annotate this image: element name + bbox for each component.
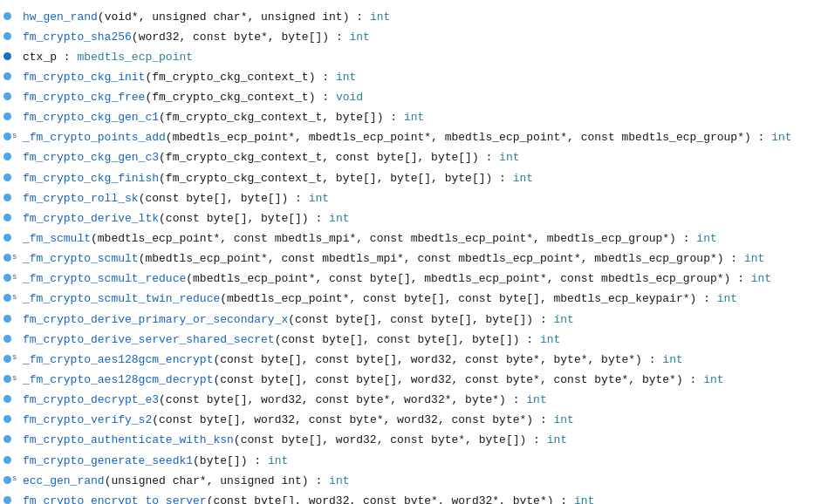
- status-dot: [3, 52, 11, 60]
- function-signature: _fm_crypto_scmult(mbedtls_ecp_point*, co…: [23, 250, 764, 268]
- list-item: fm_crypto_encrypt_to_server(const byte[]…: [3, 491, 811, 504]
- function-signature: ctx_p : mbedtls_ecp_point: [23, 49, 193, 66]
- function-signature: fm_crypto_ckg_init(fm_crypto_ckg_context…: [23, 69, 356, 86]
- dot-wrapper: [3, 434, 23, 443]
- status-dot: [3, 133, 11, 140]
- function-signature: fm_crypto_derive_ltk(const byte[], byte[…: [23, 210, 349, 228]
- status-dot: [3, 112, 11, 120]
- dot-wrapper: s: [3, 271, 23, 284]
- dot-wrapper: s: [3, 251, 23, 264]
- function-signature: fm_crypto_authenticate_with_ksn(const by…: [23, 432, 567, 449]
- status-dot: [3, 153, 11, 160]
- dot-wrapper: [3, 11, 23, 20]
- status-dot: [3, 32, 11, 40]
- dot-wrapper: [3, 495, 23, 504]
- dot-wrapper: s: [3, 130, 23, 143]
- list-item: fm_crypto_derive_ltk(const byte[], byte[…: [3, 208, 811, 228]
- dot-wrapper: [3, 152, 23, 160]
- status-dot: [3, 72, 11, 80]
- function-signature: fm_crypto_ckg_free(fm_crypto_ckg_context…: [23, 89, 363, 106]
- dot-wrapper: s: [3, 291, 23, 304]
- list-item: fm_crypto_verify_s2(const byte[], word32…: [3, 411, 811, 431]
- dot-wrapper: [3, 414, 23, 423]
- dot-wrapper: [3, 92, 23, 100]
- status-dot: [3, 274, 11, 282]
- dot-wrapper: [3, 51, 23, 60]
- dot-wrapper: [3, 394, 23, 403]
- status-dot: [3, 12, 11, 20]
- superscript-s: s: [12, 473, 17, 486]
- list-item: s_fm_crypto_aes128gcm_decrypt(const byte…: [3, 371, 811, 391]
- dot-wrapper: [3, 31, 23, 40]
- status-dot: [3, 496, 11, 504]
- status-dot: [3, 214, 11, 221]
- list-item: fm_crypto_ckg_free(fm_crypto_ckg_context…: [3, 88, 811, 108]
- superscript-s: s: [12, 272, 17, 284]
- status-dot: [3, 375, 11, 383]
- list-item: ctx_p : mbedtls_ecp_point: [3, 47, 811, 67]
- list-item: _fm_scmult(mbedtls_ecp_point*, const mbe…: [3, 229, 811, 249]
- list-item: s_fm_crypto_scmult_reduce(mbedtls_ecp_po…: [3, 269, 811, 289]
- dot-wrapper: [3, 314, 23, 323]
- dot-wrapper: [3, 193, 23, 201]
- function-list: hw_gen_rand(void*, unsigned char*, unsig…: [3, 7, 811, 504]
- list-item: s_fm_crypto_scmult_twin_reduce(mbedtls_e…: [3, 289, 811, 310]
- list-item: s_fm_crypto_aes128gcm_encrypt(const byte…: [3, 350, 811, 370]
- status-dot: [3, 254, 11, 262]
- list-item: fm_crypto_derive_server_shared_secret(co…: [3, 330, 811, 350]
- status-dot: [3, 335, 11, 343]
- superscript-s: s: [12, 373, 17, 385]
- superscript-s: s: [12, 292, 17, 304]
- dot-wrapper: s: [3, 473, 23, 486]
- function-signature: ecc_gen_rand(unsigned char*, unsigned in…: [23, 473, 349, 490]
- list-item: fm_crypto_ckg_gen_c1(fm_crypto_ckg_conte…: [3, 108, 811, 128]
- list-item: fm_crypto_generate_seedk1(byte[]) : int: [3, 451, 811, 471]
- list-item: fm_crypto_roll_sk(const byte[], byte[]) …: [3, 188, 811, 208]
- function-signature: _fm_crypto_aes128gcm_decrypt(const byte[…: [23, 371, 724, 389]
- status-dot: [3, 174, 11, 181]
- list-item: fm_crypto_authenticate_with_ksn(const by…: [3, 431, 811, 451]
- function-signature: fm_crypto_encrypt_to_server(const byte[]…: [23, 493, 594, 504]
- dot-wrapper: [3, 233, 23, 242]
- dot-wrapper: [3, 112, 23, 120]
- status-dot: [3, 92, 11, 100]
- dot-wrapper: [3, 72, 23, 80]
- status-dot: [3, 194, 11, 201]
- superscript-s: s: [12, 352, 17, 364]
- dot-wrapper: s: [3, 372, 23, 385]
- function-signature: _fm_crypto_scmult_twin_reduce(mbedtls_ec…: [23, 290, 737, 308]
- dot-wrapper: [3, 173, 23, 181]
- function-signature: fm_crypto_decrypt_e3(const byte[], word3…: [23, 392, 547, 409]
- status-dot: [3, 456, 11, 464]
- status-dot: [3, 435, 11, 443]
- function-signature: _fm_crypto_scmult_reduce(mbedtls_ecp_poi…: [23, 270, 771, 288]
- list-item: secc_gen_rand(unsigned char*, unsigned i…: [3, 471, 811, 491]
- list-item: fm_crypto_ckg_gen_c3(fm_crypto_ckg_conte…: [3, 148, 811, 168]
- function-signature: fm_crypto_verify_s2(const byte[], word32…: [23, 412, 574, 429]
- list-item: fm_crypto_ckg_finish(fm_crypto_ckg_conte…: [3, 168, 811, 188]
- list-item: fm_crypto_derive_primary_or_secondary_x(…: [3, 310, 811, 330]
- function-signature: fm_crypto_ckg_gen_c1(fm_crypto_ckg_conte…: [23, 109, 424, 126]
- dot-wrapper: s: [3, 351, 23, 364]
- superscript-s: s: [12, 131, 17, 143]
- function-signature: _fm_crypto_aes128gcm_encrypt(const byte[…: [23, 351, 683, 369]
- dot-wrapper: [3, 213, 23, 221]
- function-signature: fm_crypto_ckg_gen_c3(fm_crypto_ckg_conte…: [23, 149, 520, 167]
- status-dot: [3, 294, 11, 302]
- function-signature: _fm_crypto_points_add(mbedtls_ecp_point*…: [23, 129, 792, 146]
- status-dot: [3, 415, 11, 423]
- function-signature: fm_crypto_derive_server_shared_secret(co…: [23, 331, 560, 349]
- list-item: hw_gen_rand(void*, unsigned char*, unsig…: [3, 7, 811, 27]
- function-signature: fm_crypto_generate_seedk1(byte[]) : int: [23, 453, 288, 470]
- list-item: s_fm_crypto_points_add(mbedtls_ecp_point…: [3, 128, 811, 148]
- dot-wrapper: [3, 334, 23, 343]
- list-item: fm_crypto_decrypt_e3(const byte[], word3…: [3, 391, 811, 411]
- function-signature: hw_gen_rand(void*, unsigned char*, unsig…: [23, 9, 390, 26]
- function-signature: fm_crypto_ckg_finish(fm_crypto_ckg_conte…: [23, 170, 533, 187]
- status-dot: [3, 315, 11, 323]
- function-signature: _fm_scmult(mbedtls_ecp_point*, const mbe…: [23, 230, 717, 248]
- function-signature: fm_crypto_roll_sk(const byte[], byte[]) …: [23, 190, 329, 208]
- list-item: fm_crypto_sha256(word32, const byte*, by…: [3, 27, 811, 47]
- status-dot: [3, 476, 11, 484]
- superscript-s: s: [12, 252, 17, 264]
